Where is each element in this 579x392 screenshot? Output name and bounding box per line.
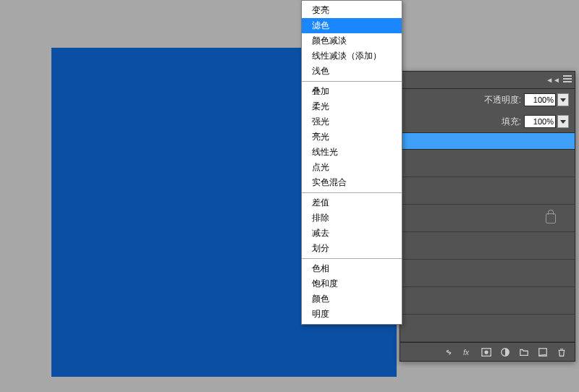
blend-mode-item[interactable]: 饱和度 — [302, 276, 402, 291]
blend-mode-item[interactable]: 减去 — [302, 226, 402, 241]
layers-panel: ◄◄ 不透明度: 填充: fx — [400, 71, 575, 362]
blend-mode-item[interactable]: 滤色 — [302, 18, 402, 33]
blend-mode-item[interactable]: 实色混合 — [302, 175, 402, 190]
opacity-flyout-button[interactable] — [557, 93, 569, 106]
blend-mode-item[interactable]: 明度 — [302, 307, 402, 322]
trash-icon[interactable] — [556, 346, 567, 358]
opacity-row: 不透明度: — [400, 89, 575, 111]
blend-mode-item[interactable]: 强光 — [302, 114, 402, 129]
active-layer-strip[interactable] — [400, 132, 575, 150]
blend-mode-item[interactable]: 划分 — [302, 241, 402, 256]
opacity-label: 不透明度: — [484, 94, 521, 106]
link-icon[interactable] — [443, 346, 455, 358]
blend-mode-item[interactable]: 柔光 — [302, 99, 402, 114]
blend-mode-item[interactable]: 浅色 — [302, 64, 402, 79]
fill-row: 填充: — [400, 111, 575, 132]
new-layer-icon[interactable] — [537, 346, 549, 358]
group-icon[interactable] — [518, 346, 530, 358]
blend-mode-item[interactable]: 色相 — [302, 261, 402, 276]
blend-mode-item[interactable]: 亮光 — [302, 129, 402, 145]
blend-mode-item[interactable]: 叠加 — [302, 84, 402, 99]
layer-slot[interactable] — [400, 150, 575, 177]
blend-mode-dropdown[interactable]: 变亮滤色颜色减淡线性减淡（添加）浅色叠加柔光强光亮光线性光点光实色混合差值排除减… — [301, 0, 402, 325]
blend-mode-item[interactable]: 颜色减淡 — [302, 33, 402, 48]
layer-slot[interactable] — [400, 232, 575, 260]
adjustment-icon[interactable] — [499, 346, 511, 358]
layer-slot[interactable] — [400, 315, 575, 342]
fx-icon[interactable]: fx — [462, 346, 473, 358]
blend-mode-item[interactable]: 线性光 — [302, 145, 402, 160]
blend-mode-item[interactable]: 变亮 — [302, 3, 402, 18]
fill-label: 填充: — [502, 116, 521, 128]
lock-icon — [546, 213, 556, 223]
layer-slot[interactable] — [400, 177, 575, 205]
fill-input[interactable] — [524, 115, 556, 128]
panel-footer: fx — [400, 342, 575, 361]
blend-mode-item[interactable]: 差值 — [302, 195, 402, 210]
layer-slot[interactable] — [400, 260, 575, 287]
collapse-icon[interactable]: ◄◄ — [546, 76, 560, 84]
panel-tabbar: ◄◄ — [400, 72, 575, 89]
panel-menu-icon[interactable] — [563, 75, 572, 84]
mask-icon[interactable] — [481, 346, 492, 358]
layer-list — [400, 150, 575, 342]
layer-slot[interactable] — [400, 287, 575, 315]
opacity-input[interactable] — [524, 93, 556, 106]
blend-mode-item[interactable]: 点光 — [302, 160, 402, 175]
fill-flyout-button[interactable] — [557, 115, 569, 128]
blend-mode-item[interactable]: 颜色 — [302, 291, 402, 307]
blend-mode-item[interactable]: 排除 — [302, 210, 402, 226]
blend-mode-item[interactable]: 线性减淡（添加） — [302, 48, 402, 64]
svg-text:fx: fx — [463, 347, 470, 356]
svg-point-2 — [484, 350, 488, 354]
layer-slot-locked[interactable] — [400, 205, 575, 232]
